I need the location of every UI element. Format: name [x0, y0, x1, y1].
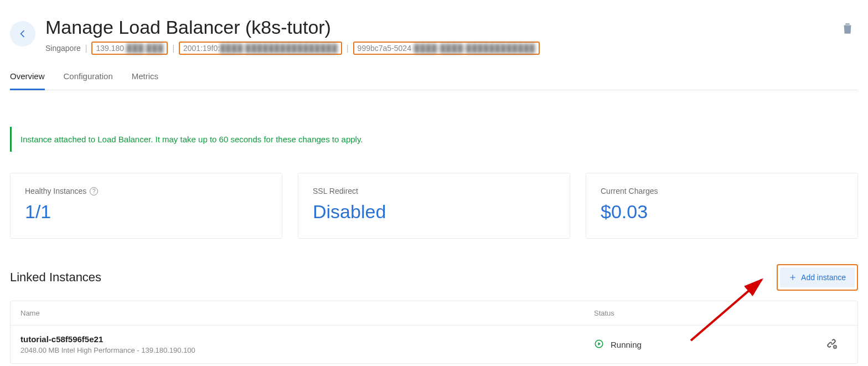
ssl-value: Disabled [313, 201, 555, 223]
trash-icon [840, 21, 855, 35]
arrow-left-icon [17, 28, 28, 39]
alert-text: Instance attached to Load Balancer. It m… [20, 135, 363, 144]
success-alert: Instance attached to Load Balancer. It m… [10, 127, 858, 152]
linked-instances-title: Linked Instances [10, 270, 101, 285]
page-title: Manage Load Balancer (k8s-tutor) [45, 17, 830, 38]
card-ssl-redirect: SSL Redirect Disabled [298, 173, 570, 239]
instance-name: tutorial-c58f596f5e21 [20, 334, 594, 344]
tab-metrics[interactable]: Metrics [132, 71, 158, 90]
uuid-chip[interactable]: 999bc7a5-5024-████-████-████████████ [353, 42, 540, 55]
unlink-button[interactable] [825, 342, 838, 351]
delete-button[interactable] [840, 21, 855, 35]
card-healthy-instances: Healthy Instances ? 1/1 [10, 173, 282, 239]
plus-icon [789, 274, 797, 281]
charges-value: $0.03 [601, 201, 843, 223]
instance-status: Running [611, 340, 642, 349]
col-header-name: Name [20, 309, 594, 317]
back-button[interactable] [10, 21, 35, 47]
linked-instances-table: Name Status tutorial-c58f596f5e21 2048.0… [10, 301, 858, 364]
ipv6-chip[interactable]: 2001:19f0:████:████████████████ [179, 42, 342, 55]
region-label: Singapore [45, 44, 81, 53]
table-row[interactable]: tutorial-c58f596f5e21 2048.00 MB Intel H… [11, 326, 857, 363]
charges-label: Current Charges [601, 187, 658, 195]
tabs: Overview Configuration Metrics [10, 71, 858, 90]
ipv4-chip[interactable]: 139.180.███.███ [91, 42, 168, 55]
card-current-charges: Current Charges $0.03 [586, 173, 858, 239]
healthy-value: 1/1 [25, 201, 267, 223]
tab-configuration[interactable]: Configuration [64, 71, 113, 90]
ssl-label: SSL Redirect [313, 187, 358, 195]
running-icon [594, 339, 604, 350]
add-instance-label: Add instance [801, 273, 846, 282]
help-icon[interactable]: ? [90, 187, 98, 195]
meta-line: Singapore | 139.180.███.███ | 2001:19f0:… [45, 42, 830, 55]
healthy-label: Healthy Instances [25, 187, 86, 195]
col-header-status: Status [594, 309, 825, 317]
add-instance-button[interactable]: Add instance [780, 267, 855, 287]
tab-overview[interactable]: Overview [10, 71, 45, 90]
instance-sub: 2048.00 MB Intel High Performance - 139.… [20, 346, 594, 354]
